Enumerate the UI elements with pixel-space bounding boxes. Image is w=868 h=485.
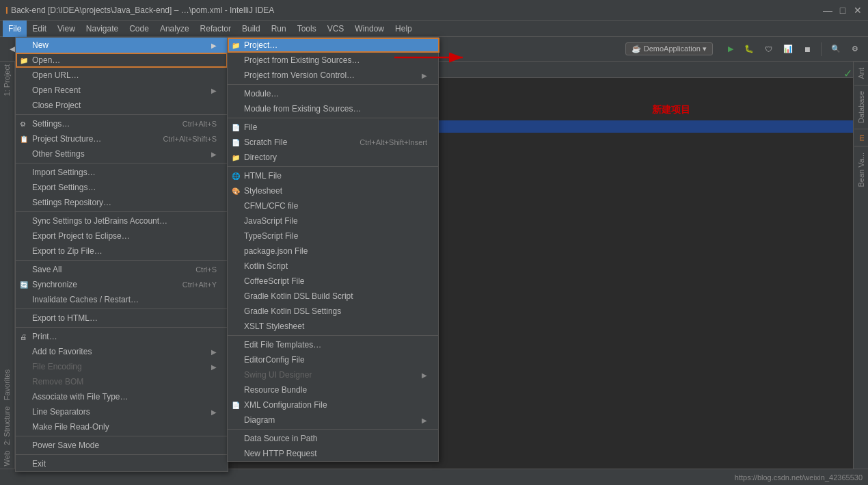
run-config-icon: ☕: [632, 44, 641, 53]
menu-item-settings[interactable]: ⚙ Settings… Ctrl+Alt+S: [16, 116, 228, 131]
sidebar-tab-maven[interactable]: m: [854, 129, 868, 146]
minimize-button[interactable]: —: [823, 5, 832, 15]
menu-run[interactable]: Run: [266, 21, 292, 37]
submenu-item-editorconfig[interactable]: EditorConfig File: [228, 352, 438, 367]
run-button[interactable]: ▶: [724, 43, 737, 55]
menu-navigate[interactable]: Navigate: [81, 21, 124, 37]
menu-item-close-project[interactable]: Close Project: [16, 98, 228, 113]
submenu-item-js[interactable]: JavaScript File: [228, 213, 438, 228]
coverage-button[interactable]: 🛡: [761, 44, 776, 55]
menu-file[interactable]: File: [3, 21, 27, 37]
menu-item-other-settings[interactable]: Other Settings ▶: [16, 146, 228, 161]
submenu-item-scratch[interactable]: 📄 Scratch File Ctrl+Alt+Shift+Insert: [228, 135, 438, 150]
submenu-item-cfml[interactable]: CFML/CFC file: [228, 198, 438, 213]
submenu-item-packagejson[interactable]: package.json File: [228, 244, 438, 259]
menu-item-print[interactable]: 🖨 Print…: [16, 329, 228, 344]
separator: [228, 429, 438, 430]
settings-button[interactable]: ⚙: [847, 43, 863, 55]
menu-build[interactable]: Build: [236, 21, 266, 37]
submenu-item-xslt[interactable]: XSLT Stylesheet: [228, 319, 438, 334]
submenu-item-edit-templates[interactable]: Edit File Templates…: [228, 337, 438, 352]
menu-item-open[interactable]: 📁 Open…: [16, 53, 228, 68]
close-button[interactable]: ✕: [853, 5, 863, 15]
search-button[interactable]: 🔍: [827, 43, 845, 55]
menu-item-associate-file[interactable]: Associate with File Type…: [16, 389, 228, 404]
separator: [16, 454, 228, 455]
menu-edit[interactable]: Edit: [27, 21, 52, 37]
menu-item-new[interactable]: New ▶: [16, 38, 228, 53]
menu-item-open-recent[interactable]: Open Recent ▶: [16, 83, 228, 98]
left-tab-structure[interactable]: 2: Structure: [0, 404, 14, 448]
menu-item-remove-bom[interactable]: Remove BOM: [16, 374, 228, 389]
submenu-item-file[interactable]: 📄 File: [228, 120, 438, 135]
menu-analyze[interactable]: Analyze: [154, 21, 195, 37]
sidebar-tab-ant[interactable]: Ant: [854, 62, 868, 85]
annotation-text: 新建项目: [652, 104, 690, 116]
status-right: https://blog.csdn.net/weixin_42365530: [735, 473, 863, 482]
separator: [16, 260, 228, 261]
menu-item-sync-settings[interactable]: Sync Settings to JetBrains Account…: [16, 213, 228, 228]
menu-item-line-separators[interactable]: Line Separators ▶: [16, 404, 228, 419]
menu-item-export-html[interactable]: Export to HTML…: [16, 311, 228, 326]
menu-refactor[interactable]: Refactor: [195, 21, 236, 37]
separator: [228, 118, 438, 118]
title-bar-left: I Back-end [D:\IDEA\projects\Java_Back-e…: [5, 5, 274, 16]
menu-window[interactable]: Window: [349, 21, 390, 37]
menu-item-save-all[interactable]: Save All Ctrl+S: [16, 262, 228, 277]
menu-item-synchronize[interactable]: 🔄 Synchronize Ctrl+Alt+Y: [16, 277, 228, 292]
left-tab-project[interactable]: 1: Project: [0, 62, 14, 99]
sidebar-tab-database[interactable]: Database: [854, 85, 868, 129]
check-mark-icon: ✓: [843, 67, 852, 80]
submenu-item-module-existing[interactable]: Module from Existing Sources…: [228, 101, 438, 116]
menu-item-import-settings[interactable]: Import Settings…: [16, 165, 228, 180]
toolbar-separator-3: [821, 42, 822, 56]
menu-item-file-encoding[interactable]: File Encoding ▶: [16, 359, 228, 374]
submenu-item-directory[interactable]: 📁 Directory: [228, 150, 438, 165]
separator: [16, 211, 228, 212]
sidebar-tab-bean[interactable]: Bean Va...: [854, 146, 868, 193]
submenu-item-diagram[interactable]: Diagram ▶: [228, 412, 438, 428]
menu-item-make-readonly[interactable]: Make File Read-Only: [16, 419, 228, 434]
left-tab-favorites[interactable]: Favorites: [0, 367, 14, 403]
menu-help[interactable]: Help: [390, 21, 418, 37]
menu-item-invalidate[interactable]: Invalidate Caches / Restart…: [16, 292, 228, 307]
run-config[interactable]: ☕ DemoApplication ▾: [625, 42, 713, 55]
stop-button[interactable]: ⏹: [800, 44, 815, 55]
menu-item-export-eclipse[interactable]: Export Project to Eclipse…: [16, 228, 228, 244]
menu-item-exit[interactable]: Exit: [16, 456, 228, 471]
submenu-item-resource-bundle[interactable]: Resource Bundle: [228, 382, 438, 397]
menu-item-settings-repo[interactable]: Settings Repository…: [16, 195, 228, 210]
submenu-item-swing[interactable]: Swing UI Designer ▶: [228, 367, 438, 382]
title-bar-controls: — □ ✕: [823, 5, 863, 15]
menu-vcs[interactable]: VCS: [322, 21, 350, 37]
menu-item-add-favorites[interactable]: Add to Favorites ▶: [16, 344, 228, 359]
menu-item-export-zip[interactable]: Export to Zip File…: [16, 244, 228, 259]
submenu-item-gradle-build[interactable]: Gradle Kotlin DSL Build Script: [228, 289, 438, 304]
submenu-item-ts[interactable]: TypeScript File: [228, 228, 438, 244]
submenu-item-kotlin[interactable]: Kotlin Script: [228, 259, 438, 274]
menu-item-export-settings[interactable]: Export Settings…: [16, 180, 228, 195]
separator: [16, 163, 228, 163]
menu-code[interactable]: Code: [124, 21, 154, 37]
submenu-item-stylesheet[interactable]: 🎨 Stylesheet: [228, 183, 438, 198]
arrow-annotation: [394, 44, 476, 87]
submenu-item-xml-config[interactable]: 📄 XML Configuration File: [228, 397, 438, 412]
menu-item-open-url[interactable]: Open URL…: [16, 68, 228, 83]
separator: [16, 114, 228, 115]
menu-item-project-structure[interactable]: 📋 Project Structure… Ctrl+Alt+Shift+S: [16, 131, 228, 146]
menu-tools[interactable]: Tools: [292, 21, 322, 37]
submenu-item-datasource[interactable]: Data Source in Path: [228, 431, 438, 446]
submenu-item-coffeescript[interactable]: CoffeeScript File: [228, 274, 438, 289]
submenu-item-gradle-settings[interactable]: Gradle Kotlin DSL Settings: [228, 304, 438, 319]
left-tab-web[interactable]: Web: [0, 448, 14, 469]
title-bar-title: Back-end [D:\IDEA\projects\Java_Back-end…: [11, 5, 274, 15]
profile-button[interactable]: 📊: [779, 43, 797, 55]
submenu-item-http-request[interactable]: New HTTP Request: [228, 446, 438, 461]
submenu-item-html[interactable]: 🌐 HTML File: [228, 168, 438, 183]
submenu-item-module[interactable]: Module…: [228, 86, 438, 101]
menu-view[interactable]: View: [52, 21, 81, 37]
debug-button[interactable]: 🐛: [740, 43, 758, 55]
maximize-button[interactable]: □: [838, 5, 847, 15]
menu-item-power-save[interactable]: Power Save Mode: [16, 438, 228, 453]
separator: [228, 335, 438, 336]
